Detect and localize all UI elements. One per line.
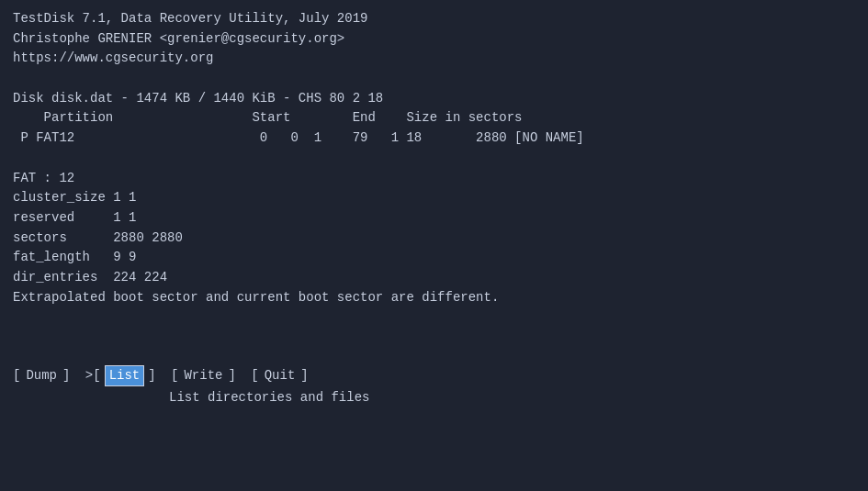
menu-hint: List directories and files	[13, 388, 855, 408]
dir-entries: dir_entries 224 224	[13, 268, 855, 288]
quit-menu-item[interactable]: [ Quit ]	[251, 366, 308, 386]
partition-header: Partition Start End Size in sectors	[13, 108, 855, 128]
partition-row: P FAT12 0 0 1 79 1 18 2880 [NO NAME]	[13, 128, 855, 149]
dump-label: Dump	[22, 366, 61, 386]
sectors: sectors 2880 2880	[13, 229, 855, 249]
dump-bracket-open: [	[13, 366, 20, 386]
write-label: Write	[180, 366, 226, 386]
fat-length: fat_length 9 9	[13, 248, 855, 268]
write-menu-item[interactable]: [ Write ]	[171, 366, 236, 386]
list-bracket-open: >[	[85, 366, 101, 386]
write-bracket-close: ]	[228, 366, 235, 386]
reserved: reserved 1 1	[13, 208, 855, 229]
bottom-bar: [ Dump ] >[ List ] [ Write ] [ Quit ] Li…	[0, 365, 868, 408]
header-line3: https://www.cgsecurity.org	[13, 49, 855, 69]
header-line1: TestDisk 7.1, Data Recovery Utility, Jul…	[13, 9, 855, 29]
terminal: TestDisk 7.1, Data Recovery Utility, Jul…	[0, 0, 868, 491]
dump-bracket-close: ]	[62, 366, 70, 386]
cluster-size: cluster_size 1 1	[13, 188, 855, 208]
list-label[interactable]: List	[105, 365, 145, 387]
list-bracket-close: ]	[148, 366, 155, 386]
fat-label: FAT : 12	[13, 169, 855, 189]
quit-bracket-open: [	[251, 366, 258, 386]
disk-info: Disk disk.dat - 1474 KB / 1440 KiB - CHS…	[13, 89, 855, 109]
write-bracket-open: [	[171, 366, 178, 386]
header-line2: Christophe GRENIER <grenier@cgsecurity.o…	[13, 29, 855, 50]
quit-bracket-close: ]	[300, 366, 308, 386]
menu-row: [ Dump ] >[ List ] [ Write ] [ Quit ]	[13, 365, 855, 387]
dump-menu-item[interactable]: [ Dump ]	[13, 366, 70, 386]
quit-label: Quit	[261, 366, 299, 386]
extrapolated: Extrapolated boot sector and current boo…	[13, 288, 855, 308]
